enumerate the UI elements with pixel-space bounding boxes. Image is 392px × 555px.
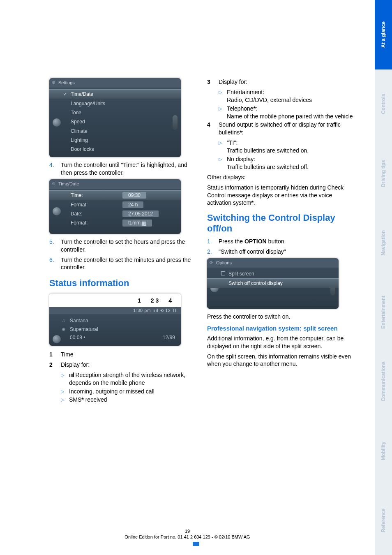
tab-communications[interactable]: Communications xyxy=(375,347,392,416)
row-switch-off: Switch off control display xyxy=(207,278,339,288)
step-4: 4. Turn the controller until "Time:" is … xyxy=(49,161,196,177)
bullet-reception: ▷ ıııl Reception strength of the wireles… xyxy=(61,371,196,387)
status-shot: 1 2 3 4 1:30 pm ıııl ⟲ 12 TI ♫Santana ◉S… xyxy=(49,294,181,346)
legend-1: 1 Time xyxy=(49,351,196,358)
bullet-sms: ▷ SMS* received xyxy=(61,396,196,404)
tab-controls[interactable]: Controls xyxy=(375,69,392,139)
triangle-icon: ▷ xyxy=(219,155,227,171)
row-split-screen: Split screen xyxy=(207,269,339,278)
step-text: "Switch off control display" xyxy=(219,248,353,256)
step-num: 5. xyxy=(49,238,61,254)
right-column: 3 Display for: ▷ Entertainment:Radio, CD… xyxy=(207,78,353,405)
star-icon: * xyxy=(240,129,242,136)
knob-icon xyxy=(53,335,61,343)
tab-driving-tips[interactable]: Driving tips xyxy=(375,139,392,208)
person-icon: ♫ xyxy=(62,317,65,324)
other-displays-h: Other displays: xyxy=(207,173,353,181)
row-time-date: ✓Time/Date xyxy=(49,89,181,99)
footer-marker xyxy=(193,542,199,546)
settings-shot: ⚙ Settings ✓Time/Date Language/Units Ton… xyxy=(49,78,181,157)
bullet-text: ıııl Reception strength of the wireless … xyxy=(69,371,196,387)
other-displays-t: Status information is temporarily hidden… xyxy=(207,184,353,207)
status-row: 00:08 •12/99 xyxy=(49,333,181,342)
legend-text: Time xyxy=(61,351,196,358)
disc-icon: ◉ xyxy=(62,326,66,332)
tab-navigation[interactable]: Navigation xyxy=(375,208,392,278)
bullet-ti: ▷ "TI":Traffic bulletins are switched on… xyxy=(219,139,353,155)
row-lighting: Lighting xyxy=(49,136,181,145)
legend-3: 3 Display for: xyxy=(207,78,353,86)
legend-23: 2 3 xyxy=(151,297,159,305)
step-text: Press the OPTION button. xyxy=(219,238,353,245)
status-body: ♫Santana ◉Supernatural 00:08 •12/99 xyxy=(49,314,181,346)
star-icon: * xyxy=(251,199,253,206)
step-5: 5. Turn the controller to set the hours … xyxy=(49,238,196,254)
status-row: ♫Santana xyxy=(49,317,181,325)
bullet-telephone: ▷ Telephone*:Name of the mobile phone pa… xyxy=(219,105,353,120)
shot-header: ⚙ Settings xyxy=(49,78,181,88)
tab-entertainment[interactable]: Entertainment xyxy=(375,278,392,347)
bullet-call: ▷ Incoming, outgoing or missed call xyxy=(61,388,196,395)
step-text: Turn the controller until "Time:" is hig… xyxy=(61,161,196,177)
page-root: At a glance Controls Driving tips Naviga… xyxy=(0,0,392,555)
row-speed: Speed xyxy=(49,117,181,126)
legend-2: 2 Display for: xyxy=(49,361,196,369)
shot-body: ✓Time/Date Language/Units Tone Speed Cli… xyxy=(49,88,181,157)
legend-num: 3 xyxy=(207,78,219,86)
bullet-text: Telephone*:Name of the mobile phone pair… xyxy=(227,105,353,120)
shot-title: Settings xyxy=(58,80,75,85)
left-column: ⚙ Settings ✓Time/Date Language/Units Ton… xyxy=(49,78,196,405)
timedate-shot: ⏲ Time/Date Time:09:30 Format:24 h Date:… xyxy=(49,179,181,234)
content-columns: ⚙ Settings ✓Time/Date Language/Units Ton… xyxy=(49,78,353,405)
step-num: 1. xyxy=(207,238,219,245)
shot-header: ⟳ Options xyxy=(207,258,339,268)
triangle-icon: ▷ xyxy=(219,88,227,104)
gear-icon: ⚙ xyxy=(52,80,55,86)
row-time: Time:09:30 xyxy=(49,190,181,200)
bullet-nodisplay: ▷ No display:Traffic bulletins are switc… xyxy=(219,155,353,171)
footer: 19 Online Edition for Part no. 01 41 2 6… xyxy=(0,529,375,539)
tab-at-a-glance[interactable]: At a glance xyxy=(375,0,392,69)
check-icon: ✓ xyxy=(63,91,67,97)
tab-mobility[interactable]: Mobility xyxy=(375,416,392,486)
prof-p2: On the split screen, this information re… xyxy=(207,353,353,368)
switch-step-2: 2. "Switch off control display" xyxy=(207,248,353,256)
row-tone: Tone xyxy=(49,108,181,117)
switch-step-1: 1. Press the OPTION button. xyxy=(207,238,353,245)
triangle-icon: ▷ xyxy=(61,371,69,387)
step-num: 6. xyxy=(49,256,61,272)
row-format2: Format:tt.mm.jjjj xyxy=(49,218,181,227)
step-num: 4. xyxy=(49,161,61,177)
step-text: Turn the controller to set the hours and… xyxy=(61,238,196,254)
step-6: 6. Turn the controller to set the minute… xyxy=(49,256,196,272)
legend-4: 4 Sound output is switched off or displa… xyxy=(207,121,353,136)
tab-reference[interactable]: Reference xyxy=(375,486,392,555)
triangle-icon: ▷ xyxy=(219,139,227,155)
legend-num: 1 xyxy=(49,351,61,358)
clock-icon: ⏲ xyxy=(52,181,56,187)
page-number: 19 xyxy=(0,529,375,534)
step-num: 2. xyxy=(207,248,219,256)
row-date: Date:27.05.2012 xyxy=(49,209,181,218)
options-shot: ⟳ Options Split screen Switch off contro… xyxy=(207,258,339,309)
row-language: Language/Units xyxy=(49,99,181,108)
switching-heading: Switching the Control Display off/on xyxy=(207,213,353,234)
triangle-icon: ▷ xyxy=(61,388,69,395)
press-on-text: Press the controller to switch on. xyxy=(207,313,353,321)
status-info-heading: Status information xyxy=(49,277,196,289)
shot-title: Time/Date xyxy=(58,181,79,186)
checkbox-icon xyxy=(221,271,225,275)
legend-num: 4 xyxy=(207,121,219,136)
status-legend-nums: 1 2 3 4 xyxy=(49,294,181,307)
shot-body: Time:09:30 Format:24 h Date:27.05.2012 F… xyxy=(49,189,181,234)
legend-text: Sound output is switched off or display … xyxy=(219,121,353,136)
options-icon: ⟳ xyxy=(210,260,213,266)
row-climate: Climate xyxy=(49,127,181,136)
bullet-text: Entertainment:Radio, CD/DVD, external de… xyxy=(227,88,353,104)
bullet-text: Incoming, outgoing or missed call xyxy=(69,388,196,395)
shot-header: ⏲ Time/Date xyxy=(49,179,181,189)
row-format1: Format:24 h xyxy=(49,200,181,209)
footer-line: Online Edition for Part no. 01 41 2 604 … xyxy=(0,534,375,539)
bullet-text: No display:Traffic bulletins are switche… xyxy=(227,155,353,171)
prof-p1: Additional information, e.g. from the co… xyxy=(207,335,353,350)
